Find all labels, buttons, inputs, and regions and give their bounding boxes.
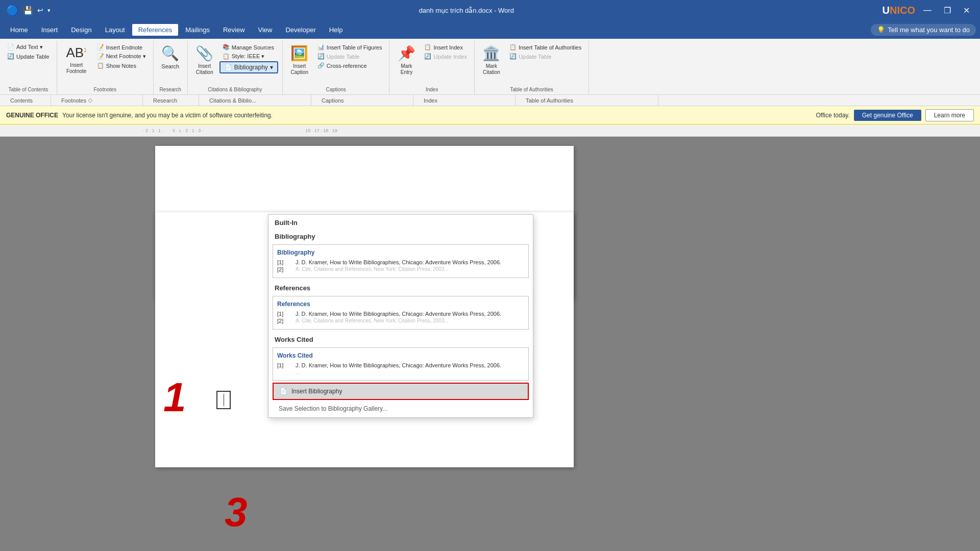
update-table-toc-button[interactable]: 🔄 Update Table [4, 52, 53, 61]
menu-insert[interactable]: Insert [35, 24, 64, 36]
menu-design[interactable]: Design [65, 24, 97, 36]
captions-col: 📊 Insert Table of Figures 🔄 Update Table… [314, 43, 385, 70]
references-subsection[interactable]: References [1] J. D. Kramer, How to Writ… [273, 296, 529, 330]
figures-icon: 📊 [317, 44, 325, 51]
authorities-items: 🏛️ MarkCitation 📋 Insert Table of Author… [479, 43, 584, 85]
menu-references[interactable]: References [132, 24, 178, 36]
menu-home[interactable]: Home [4, 24, 34, 36]
learn-more-button[interactable]: Learn more [925, 109, 974, 121]
bib-num-1: [1] [277, 259, 289, 265]
captions-group-label: Captions [326, 85, 346, 92]
next-footnote-icon: 📝 [97, 53, 104, 60]
save-to-gallery-button[interactable]: Save Selection to Bibliography Gallery..… [273, 402, 529, 415]
menu-mailings[interactable]: Mailings [179, 24, 216, 36]
update-table-authorities-button[interactable]: 🔄 Update Table [506, 52, 584, 61]
index-group-label: Index [426, 85, 438, 92]
bib-num-2: [2] [277, 266, 289, 272]
section-research: Research [143, 95, 199, 106]
insert-index-button[interactable]: 📋 Insert Index [421, 43, 470, 52]
references-section-heading: References [268, 280, 533, 294]
warning-bar: GENUINE OFFICE Your license isn't genuin… [0, 106, 980, 124]
section-toc: Contents [0, 95, 51, 106]
bibliography-subsection-title: Bibliography [277, 249, 524, 256]
ref-entry-2: [2] A. Cite, Citations and References, N… [277, 318, 524, 324]
update-captions-icon: 🔄 [317, 53, 325, 60]
insert-table-of-figures-button[interactable]: 📊 Insert Table of Figures [314, 43, 385, 52]
search-icon: 🔍 [161, 45, 179, 62]
insert-caption-button[interactable]: 🖼️ InsertCaption [287, 43, 312, 78]
text-cursor[interactable] [216, 391, 231, 409]
warning-message: Your license isn't genuine, and you may … [62, 112, 812, 119]
menu-developer[interactable]: Developer [279, 24, 322, 36]
show-notes-button[interactable]: 📋 Show Notes [94, 61, 149, 70]
bib-text-1: J. D. Kramer, How to Write Bibliographie… [296, 259, 524, 265]
quick-access-save[interactable]: 💾 [23, 6, 33, 15]
authorities-icon: 📋 [509, 44, 517, 51]
insert-bib-label: Insert Bibliography [291, 388, 342, 395]
word-icon: 🔵 [6, 4, 19, 16]
works-cited-subsection[interactable]: Works Cited [1] J. D. Kramer, How to Wri… [273, 347, 529, 381]
update-auth-icon: 🔄 [509, 53, 517, 60]
title-bar: 🔵 💾 ↩ ▾ danh mục trích dẫn.docx - Word U… [0, 0, 980, 20]
ribbon-group-captions: 🖼️ InsertCaption 📊 Insert Table of Figur… [283, 41, 390, 94]
insert-bib-icon: 📄 [280, 388, 287, 395]
insert-citation-button[interactable]: 📎 InsertCitation [192, 43, 217, 78]
quick-access-more[interactable]: ▾ [47, 7, 51, 14]
addtext-icon: 📄 [7, 44, 14, 51]
bibliography-subsection[interactable]: Bibliography [1] J. D. Kramer, How to Wr… [273, 244, 529, 278]
add-text-button[interactable]: 📄 Add Text ▾ [4, 43, 53, 52]
ribbon-group-citations: 📎 InsertCitation 📚 Manage Sources 📋 Styl… [188, 41, 283, 94]
bibliography-button[interactable]: 📄 Bibliography ▾ [219, 61, 278, 73]
footnotes-items: AB1 InsertFootnote 📝 Insert Endnote 📝 Ne… [61, 43, 149, 85]
section-bar: Contents Footnotes ⬡ Research Citations … [0, 95, 980, 106]
warning-label: GENUINE OFFICE [6, 112, 58, 119]
manage-sources-button[interactable]: 📚 Manage Sources [219, 43, 278, 52]
works-cited-section-heading: Works Cited [268, 332, 533, 345]
works-cited-subsection-title: Works Cited [277, 352, 524, 359]
title-bar-left: 🔵 💾 ↩ ▾ [6, 4, 51, 16]
citations-col: 📚 Manage Sources 📋 Style: IEEE ▾ 📄 Bibli… [219, 43, 278, 73]
cross-reference-button[interactable]: 🔗 Cross-reference [314, 61, 385, 70]
ref-entry-1: [1] J. D. Kramer, How to Write Bibliogra… [277, 311, 524, 317]
search-button[interactable]: 🔍 Search [158, 43, 183, 71]
menu-layout[interactable]: Layout [99, 24, 131, 36]
warning-end: Office today. [816, 112, 850, 119]
quick-access-undo[interactable]: ↩ [37, 6, 43, 14]
insert-table-of-authorities-button[interactable]: 📋 Insert Table of Authorities [506, 43, 584, 52]
tell-me-box[interactable]: 💡 Tell me what you want to do [871, 24, 976, 36]
ref-num-1: [1] [277, 311, 289, 317]
footnotes-group-label: Footnotes [93, 85, 116, 92]
insert-endnote-button[interactable]: 📝 Insert Endnote [94, 43, 149, 52]
toc-group-label: Table of Contents [8, 85, 48, 92]
next-footnote-button[interactable]: 📝 Next Footnote ▾ [94, 52, 149, 61]
toc-col: 📄 Add Text ▾ 🔄 Update Table [4, 43, 53, 61]
insert-bibliography-button[interactable]: 📄 Insert Bibliography [273, 383, 529, 400]
ref-text-1: J. D. Kramer, How to Write Bibliographie… [296, 311, 524, 317]
footnotes-expand-icon: ⬡ [88, 98, 92, 103]
update-index-button[interactable]: 🔄 Update Index [421, 52, 470, 61]
style-dropdown[interactable]: 📋 Style: IEEE ▾ [219, 52, 278, 61]
insert-footnote-button[interactable]: AB1 InsertFootnote [61, 43, 92, 77]
menu-review[interactable]: Review [217, 24, 251, 36]
update-icon: 🔄 [7, 53, 14, 60]
mark-entry-button[interactable]: 📌 MarkEntry [394, 43, 419, 78]
section-index: Index [413, 95, 516, 106]
wc-fade-1: ... [296, 369, 300, 375]
index-items: 📌 MarkEntry 📋 Insert Index 🔄 Update Inde… [394, 43, 470, 85]
mark-citation-button[interactable]: 🏛️ MarkCitation [479, 43, 504, 78]
get-genuine-office-button[interactable]: Get genuine Office [854, 110, 921, 121]
menu-help[interactable]: Help [323, 24, 349, 36]
update-table-captions-button[interactable]: 🔄 Update Table [314, 52, 385, 61]
mark-citation-icon: 🏛️ [482, 45, 500, 62]
maximize-button[interactable]: ❐ [940, 6, 955, 15]
citation-icon: 📎 [195, 45, 213, 62]
cursor-area [216, 391, 231, 409]
bib-fade-1: A. Cite, Citations and References, New Y… [296, 266, 449, 272]
authorities-group-label: Table of Authorities [510, 85, 553, 92]
close-button[interactable]: ✕ [959, 6, 974, 15]
insert-index-icon: 📋 [424, 44, 431, 51]
citations-items: 📎 InsertCitation 📚 Manage Sources 📋 Styl… [192, 43, 278, 85]
save-gallery-label: Save Selection to Bibliography Gallery..… [279, 405, 387, 412]
minimize-button[interactable]: — [919, 6, 936, 15]
menu-view[interactable]: View [252, 24, 279, 36]
